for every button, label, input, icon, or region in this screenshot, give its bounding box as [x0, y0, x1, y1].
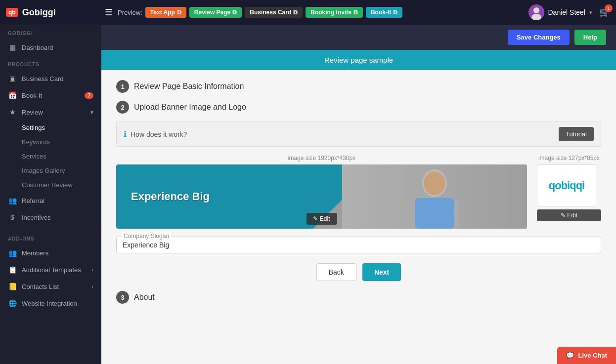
back-button[interactable]: Back — [316, 263, 356, 281]
slogan-group: Company Slogan — [116, 237, 601, 253]
business-card-icon: ▣ — [8, 75, 17, 82]
cart-icon[interactable]: 🛒 1 — [599, 7, 610, 18]
preview-bar: Preview: Text App ⧉ Review Page ⧉ Busine… — [113, 7, 524, 18]
copy-icon-4: ⧉ — [353, 9, 358, 16]
tab-text-app[interactable]: Text App ⧉ — [145, 7, 186, 18]
edit-logo-button[interactable]: ✎ Edit — [537, 209, 601, 221]
sidebar-images-gallery-label: Images Gallery — [22, 167, 65, 174]
website-icon: 🌐 — [8, 299, 17, 307]
sidebar-contacts-label: Contacts List — [22, 283, 59, 290]
chevron-down-icon-review: ▾ — [90, 109, 93, 116]
tab-review-page-label: Review Page — [194, 9, 230, 16]
action-bar: Save Changes Help — [101, 25, 616, 50]
right-panel: Save Changes Help Review page sample 1 R… — [101, 25, 616, 364]
how-it-works-left: ℹ How does it work? — [124, 129, 187, 139]
live-chat-button[interactable]: 💬 Live Chat — [557, 347, 616, 364]
svg-rect-6 — [415, 198, 454, 229]
sidebar-templates-label: Additional Templates — [22, 266, 81, 274]
how-it-works-bar: ℹ How does it work? Tutorial — [116, 121, 601, 147]
avatar — [528, 4, 544, 20]
how-it-works-text: How does it work? — [131, 130, 187, 138]
logo-icon: qb — [6, 8, 18, 17]
user-name: Daniel Steel — [548, 8, 586, 16]
sidebar-item-members[interactable]: 👥 Members — [0, 244, 101, 261]
live-chat-icon: 💬 — [566, 352, 574, 359]
hamburger-icon[interactable]: ☰ — [105, 7, 113, 18]
copy-icon: ⧉ — [177, 9, 181, 16]
tab-book-it-label: Book-It — [371, 9, 391, 16]
image-upload-row: image size 1920px*430px Experience Big — [116, 155, 601, 229]
step3-heading: 3 About — [116, 291, 601, 304]
tab-booking-invite[interactable]: Booking Invite ⧉ — [306, 7, 363, 18]
banner-image: Experience Big — [116, 164, 527, 229]
banner-person-image — [342, 164, 527, 229]
sidebar-settings-label: Settings — [22, 124, 45, 131]
help-button[interactable]: Help — [574, 30, 606, 45]
step2-circle: 2 — [116, 101, 129, 114]
banner-text: Experience Big — [116, 190, 210, 203]
sidebar-gobiggi-label: GOBIGGI — [0, 25, 101, 39]
content-body: 1 Review Page Basic Information 2 Upload… — [101, 70, 616, 364]
sidebar-divider — [0, 228, 101, 228]
dashboard-icon: ▦ — [8, 43, 17, 51]
user-area[interactable]: Daniel Steel ▾ — [528, 4, 593, 20]
svg-point-1 — [533, 7, 539, 13]
sidebar: GOBIGGI ▦ Dashboard PRODUCTS ▣ Business … — [0, 25, 101, 364]
sidebar-item-contacts-list[interactable]: 📒 Contacts List › — [0, 278, 101, 295]
next-button[interactable]: Next — [362, 263, 401, 281]
copy-icon-3: ⧉ — [293, 9, 298, 16]
members-icon: 👥 — [8, 249, 17, 257]
save-changes-button[interactable]: Save Changes — [508, 30, 570, 45]
sidebar-item-additional-templates[interactable]: 📋 Additional Templates › — [0, 261, 101, 278]
tab-text-app-label: Text App — [150, 9, 175, 16]
tutorial-button[interactable]: Tutorial — [559, 127, 594, 141]
sidebar-item-website-integration[interactable]: 🌐 Website Integration — [0, 295, 101, 312]
chevron-right-icon-contacts: › — [91, 283, 93, 289]
banner-area: image size 1920px*430px Experience Big — [116, 155, 527, 229]
sidebar-addons-label: ADD-ONS — [0, 230, 101, 244]
tab-business-card-label: Business Card — [250, 9, 291, 16]
sidebar-item-review[interactable]: ★ Review ▾ — [0, 104, 101, 121]
sidebar-members-label: Members — [22, 249, 48, 257]
slogan-input[interactable] — [123, 241, 595, 249]
sidebar-item-book-it[interactable]: 📅 Book-It 2 — [0, 87, 101, 104]
incentives-icon: $ — [8, 213, 17, 221]
sidebar-referral-label: Referral — [22, 197, 44, 204]
slogan-label: Company Slogan — [122, 233, 171, 240]
preview-label: Preview: — [118, 9, 142, 16]
sidebar-item-referral[interactable]: 👥 Referral — [0, 192, 101, 209]
sidebar-products-label: PRODUCTS — [0, 56, 101, 70]
sidebar-keywords-label: Keywords — [22, 138, 50, 146]
sidebar-subitem-keywords[interactable]: Keywords — [0, 135, 101, 149]
content-header: Review page sample — [101, 50, 616, 70]
app-name: Gobiggi — [22, 7, 56, 18]
review-icon: ★ — [8, 108, 17, 116]
tab-review-page[interactable]: Review Page ⧉ — [189, 7, 242, 18]
svg-point-5 — [424, 171, 445, 195]
logo-display-text: qobiqqi — [549, 179, 584, 192]
edit-banner-button[interactable]: ✎ Edit — [306, 213, 337, 225]
main-layout: GOBIGGI ▦ Dashboard PRODUCTS ▣ Business … — [0, 25, 616, 364]
sidebar-item-dashboard[interactable]: ▦ Dashboard — [0, 39, 101, 56]
logo-size-label: image size 127px*85px — [537, 155, 601, 162]
sidebar-subitem-customer-review[interactable]: Customer Review — [0, 178, 101, 192]
sidebar-website-label: Website Integration — [22, 300, 77, 307]
step1-heading: 1 Review Page Basic Information — [116, 80, 601, 93]
sidebar-subitem-images-gallery[interactable]: Images Gallery — [0, 163, 101, 178]
cart-badge: 1 — [605, 4, 613, 12]
referral-icon: 👥 — [8, 197, 17, 204]
sidebar-subitem-settings[interactable]: Settings — [0, 121, 101, 135]
step3-label: About — [134, 293, 155, 302]
chevron-right-icon-templates: › — [91, 267, 93, 273]
step2-heading: 2 Upload Banner Image and Logo — [116, 101, 601, 114]
logo-image-box: qobiqqi — [537, 164, 596, 206]
tab-booking-invite-label: Booking Invite — [310, 9, 352, 16]
sidebar-incentives-label: Incentives — [22, 214, 51, 221]
sidebar-item-business-card[interactable]: ▣ Business Card — [0, 70, 101, 87]
sidebar-subitem-services[interactable]: Services — [0, 149, 101, 163]
sidebar-business-card-label: Business Card — [22, 75, 64, 82]
tab-business-card[interactable]: Business Card ⧉ — [245, 7, 303, 18]
sidebar-item-incentives[interactable]: $ Incentives — [0, 209, 101, 226]
sidebar-book-it-label: Book-It — [22, 92, 42, 99]
tab-book-it[interactable]: Book-It ⧉ — [366, 7, 402, 18]
